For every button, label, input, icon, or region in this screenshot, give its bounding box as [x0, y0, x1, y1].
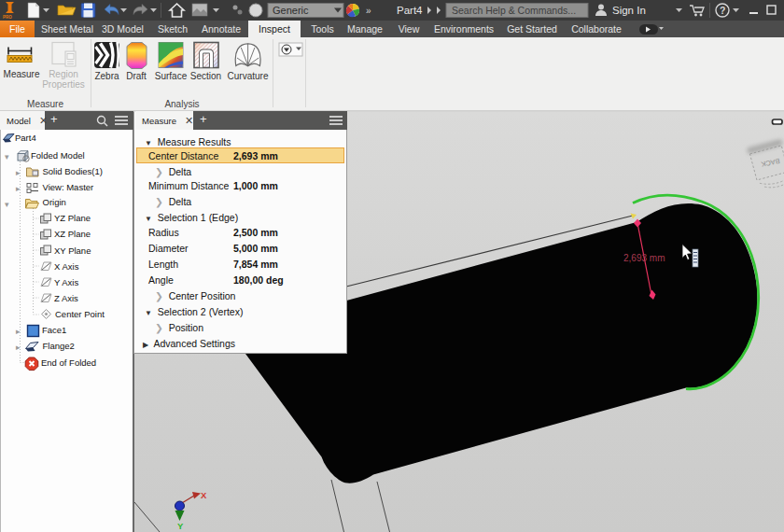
svg-text:»: » [366, 6, 371, 16]
svg-text:?: ? [720, 5, 725, 16]
svg-text:Sign In: Sign In [612, 5, 646, 16]
svg-text:PRO: PRO [3, 15, 12, 20]
svg-text:Y: Y [177, 521, 184, 531]
svg-text:Search Help & Commands...: Search Help & Commands... [452, 5, 576, 16]
svg-text:Generic: Generic [273, 5, 309, 16]
svg-text:X: X [201, 490, 207, 500]
svg-text:2,693 mm: 2,693 mm [623, 253, 665, 263]
svg-text:Part4: Part4 [397, 5, 423, 16]
